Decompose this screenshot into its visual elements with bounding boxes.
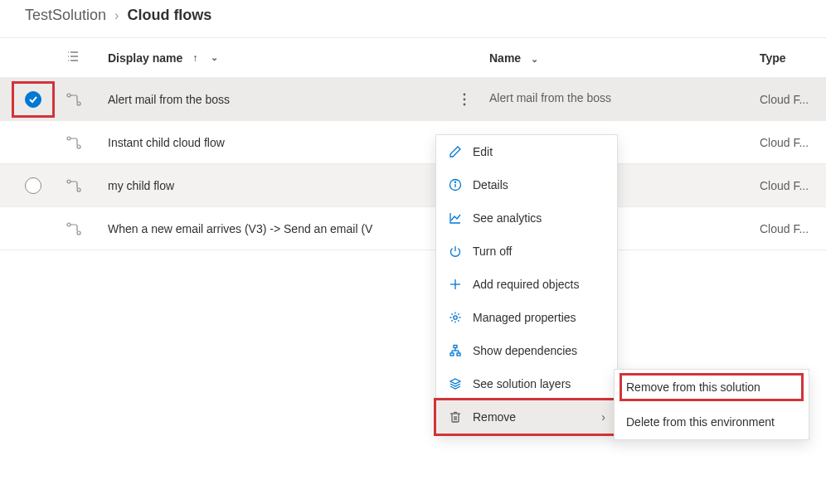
col-header-display-label: Display name — [108, 51, 182, 65]
chart-icon — [448, 211, 463, 225]
sort-ascending-icon: ↑ — [192, 52, 197, 64]
svg-point-13 — [67, 180, 70, 183]
table-header: Display name ↑ ⌄ Name ⌄ Type — [0, 38, 826, 78]
power-icon — [448, 245, 463, 258]
submenu-delete-from-environment[interactable]: Delete from this environment — [615, 405, 809, 439]
submenu-item-label: Delete from this environment — [626, 415, 775, 429]
layers-icon — [448, 377, 463, 390]
submenu-item-label: Remove from this solution — [626, 380, 760, 394]
menu-item-turnoff[interactable]: Turn off — [436, 235, 617, 268]
row-type: Cloud F... — [760, 222, 826, 235]
row-name: Alert mail from the boss — [489, 91, 611, 104]
menu-item-label: Add required objects — [473, 278, 579, 291]
row-type: Cloud F... — [760, 179, 826, 192]
svg-marker-31 — [450, 379, 460, 384]
menu-item-remove[interactable]: Remove › — [436, 400, 617, 434]
svg-point-19 — [454, 182, 455, 182]
table-row[interactable]: Alert mail from the boss Alert mail from… — [0, 78, 826, 121]
list-icon[interactable] — [66, 50, 80, 65]
row-type: Cloud F... — [760, 93, 826, 106]
svg-point-7 — [77, 102, 80, 105]
svg-point-23 — [454, 316, 457, 319]
chevron-down-icon: ⌄ — [211, 52, 218, 63]
menu-item-dependencies[interactable]: Show dependencies — [436, 334, 617, 367]
menu-item-managed-properties[interactable]: Managed properties — [436, 301, 617, 334]
tree-icon — [448, 344, 463, 357]
menu-item-analytics[interactable]: See analytics — [436, 201, 617, 235]
svg-point-15 — [67, 223, 70, 226]
menu-item-label: See solution layers — [473, 377, 571, 390]
svg-point-10 — [464, 103, 466, 105]
menu-item-label: Managed properties — [473, 311, 576, 324]
submenu-remove-from-solution[interactable]: Remove from this solution — [615, 370, 809, 405]
chevron-right-icon: › — [601, 410, 605, 424]
col-header-type[interactable]: Type — [760, 51, 826, 65]
breadcrumb-parent[interactable]: TestSolution — [25, 7, 106, 24]
svg-point-6 — [67, 94, 70, 97]
context-submenu: Remove from this solution Delete from th… — [614, 369, 809, 440]
table-row[interactable]: Instant child cloud flow Cloud F... — [0, 121, 826, 164]
gear-icon — [448, 311, 463, 324]
flow-icon — [66, 92, 81, 107]
menu-item-label: See analytics — [473, 211, 542, 225]
table-row[interactable]: my child flow Cloud F... — [0, 164, 826, 207]
kebab-icon — [463, 93, 466, 106]
svg-point-11 — [67, 137, 70, 140]
svg-point-16 — [77, 231, 80, 235]
menu-item-details[interactable]: Details — [436, 168, 617, 201]
breadcrumb: TestSolution › Cloud flows — [0, 0, 826, 37]
svg-point-14 — [77, 188, 80, 191]
trash-icon — [448, 410, 463, 424]
pencil-icon — [448, 145, 463, 158]
row-display-name: Instant child cloud flow — [108, 136, 225, 149]
menu-item-add-required[interactable]: Add required objects — [436, 268, 617, 301]
svg-point-8 — [464, 93, 466, 95]
svg-rect-26 — [457, 353, 460, 356]
menu-item-label: Edit — [473, 145, 493, 158]
menu-item-label: Remove — [473, 410, 516, 424]
menu-item-label: Show dependencies — [473, 344, 577, 357]
row-display-name: my child flow — [108, 179, 174, 192]
menu-item-edit[interactable]: Edit — [436, 135, 617, 168]
flow-icon — [66, 178, 81, 193]
table-row[interactable]: When a new email arrives (V3) -> Send an… — [0, 207, 826, 250]
col-header-name[interactable]: Name ⌄ — [489, 51, 760, 65]
row-display-name: When a new email arrives (V3) -> Send an… — [108, 222, 372, 235]
row-select-checkbox[interactable] — [25, 177, 41, 194]
flows-table: Display name ↑ ⌄ Name ⌄ Type Alert mail … — [0, 37, 826, 250]
flow-icon — [66, 135, 81, 150]
menu-item-label: Details — [473, 178, 508, 191]
col-header-display-name[interactable]: Display name ↑ ⌄ — [108, 51, 440, 65]
context-menu: Edit Details See analytics Turn off Add … — [435, 134, 618, 434]
row-type: Cloud F... — [760, 136, 826, 149]
breadcrumb-current: Cloud flows — [127, 7, 211, 24]
svg-point-9 — [464, 98, 466, 100]
menu-item-solution-layers[interactable]: See solution layers — [436, 367, 617, 400]
chevron-right-icon: › — [114, 8, 119, 23]
chevron-down-icon: ⌄ — [531, 54, 538, 64]
svg-rect-25 — [450, 353, 454, 356]
col-header-name-label: Name — [489, 51, 521, 65]
row-display-name: Alert mail from the boss — [108, 93, 230, 106]
flow-icon — [66, 221, 81, 236]
menu-item-label: Turn off — [473, 245, 512, 258]
svg-point-12 — [77, 145, 80, 148]
svg-rect-24 — [454, 346, 457, 348]
row-actions-button[interactable] — [440, 93, 489, 106]
row-select-checkbox[interactable] — [25, 91, 41, 108]
info-icon — [448, 178, 463, 191]
plus-icon — [448, 278, 463, 291]
